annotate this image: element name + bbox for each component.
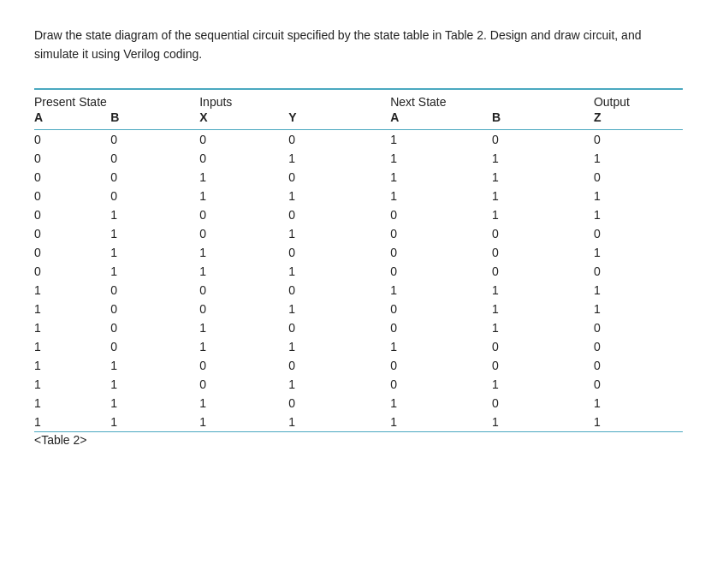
cell-in-x: 1 xyxy=(199,318,288,337)
table-row: 1110101 xyxy=(34,394,683,413)
cell-ns-b: 1 xyxy=(492,300,594,318)
table-container: Present State Inputs Next State Output A… xyxy=(34,88,683,448)
col-header-x: X xyxy=(199,109,288,130)
cell-ns-a: 1 xyxy=(390,394,492,413)
cell-in-y: 0 xyxy=(288,281,390,300)
intro-paragraph: Draw the state diagram of the sequential… xyxy=(34,26,683,64)
cell-ns-b: 1 xyxy=(492,149,594,168)
cell-in-y: 0 xyxy=(288,243,390,262)
cell-out-z: 1 xyxy=(594,281,683,300)
cell-ps-a: 1 xyxy=(34,337,110,356)
cell-out-z: 0 xyxy=(594,318,683,337)
cell-out-z: 0 xyxy=(594,375,683,394)
cell-ns-b: 1 xyxy=(492,375,594,394)
cell-ps-a: 0 xyxy=(34,224,110,243)
table-row: 0000100 xyxy=(34,129,683,149)
cell-ns-a: 0 xyxy=(390,300,492,318)
cell-in-x: 0 xyxy=(199,129,288,149)
cell-ps-b: 0 xyxy=(110,129,199,149)
cell-ps-b: 1 xyxy=(110,413,199,432)
cell-ps-b: 1 xyxy=(110,224,199,243)
cell-in-y: 1 xyxy=(288,224,390,243)
cell-ps-a: 0 xyxy=(34,149,110,168)
cell-out-z: 0 xyxy=(594,129,683,149)
cell-in-y: 1 xyxy=(288,375,390,394)
cell-out-z: 1 xyxy=(594,394,683,413)
cell-in-x: 0 xyxy=(199,356,288,375)
cell-in-x: 1 xyxy=(199,187,288,205)
cell-ps-b: 1 xyxy=(110,375,199,394)
cell-ns-b: 0 xyxy=(492,224,594,243)
cell-ns-b: 0 xyxy=(492,394,594,413)
cell-ns-b: 0 xyxy=(492,129,594,149)
table-row: 0101000 xyxy=(34,224,683,243)
cell-in-y: 0 xyxy=(288,356,390,375)
cell-ps-a: 1 xyxy=(34,413,110,432)
cell-ns-a: 0 xyxy=(390,356,492,375)
cell-in-y: 0 xyxy=(288,168,390,187)
cell-out-z: 0 xyxy=(594,356,683,375)
cell-ps-b: 0 xyxy=(110,168,199,187)
cell-out-z: 1 xyxy=(594,413,683,432)
col-header-z: Z xyxy=(594,109,683,130)
present-state-header: Present State xyxy=(34,89,199,109)
cell-ps-b: 0 xyxy=(110,318,199,337)
cell-ps-b: 0 xyxy=(110,300,199,318)
cell-out-z: 1 xyxy=(594,243,683,262)
cell-in-x: 1 xyxy=(199,394,288,413)
cell-out-z: 1 xyxy=(594,300,683,318)
cell-ns-a: 0 xyxy=(390,205,492,224)
cell-in-x: 0 xyxy=(199,300,288,318)
cell-in-x: 1 xyxy=(199,168,288,187)
col-header-na: A xyxy=(390,109,492,130)
cell-in-y: 1 xyxy=(288,413,390,432)
table-row: 1011100 xyxy=(34,337,683,356)
table-row: 0001111 xyxy=(34,149,683,168)
cell-out-z: 0 xyxy=(594,168,683,187)
cell-in-x: 0 xyxy=(199,375,288,394)
cell-ns-b: 0 xyxy=(492,262,594,281)
cell-ns-a: 0 xyxy=(390,224,492,243)
cell-ns-b: 0 xyxy=(492,243,594,262)
cell-ns-b: 1 xyxy=(492,318,594,337)
cell-in-y: 1 xyxy=(288,300,390,318)
top-border-row: Present State Inputs Next State Output xyxy=(34,89,683,109)
next-state-header: Next State xyxy=(390,89,594,109)
cell-ns-b: 1 xyxy=(492,281,594,300)
cell-ps-b: 1 xyxy=(110,243,199,262)
table-row: 1000111 xyxy=(34,281,683,300)
table-row: 1010010 xyxy=(34,318,683,337)
sub-header-row: A B X Y A B Z xyxy=(34,109,683,130)
cell-ps-b: 1 xyxy=(110,205,199,224)
cell-ps-a: 0 xyxy=(34,243,110,262)
col-header-b: B xyxy=(110,109,199,130)
cell-ps-a: 1 xyxy=(34,356,110,375)
cell-in-x: 0 xyxy=(199,224,288,243)
cell-out-z: 1 xyxy=(594,205,683,224)
cell-ps-a: 0 xyxy=(34,205,110,224)
cell-out-z: 0 xyxy=(594,337,683,356)
cell-in-y: 0 xyxy=(288,394,390,413)
cell-in-x: 1 xyxy=(199,262,288,281)
cell-ns-a: 1 xyxy=(390,187,492,205)
cell-in-y: 1 xyxy=(288,262,390,281)
cell-ns-a: 1 xyxy=(390,168,492,187)
output-header: Output xyxy=(594,89,683,109)
cell-out-z: 1 xyxy=(594,149,683,168)
cell-out-z: 1 xyxy=(594,187,683,205)
cell-in-x: 1 xyxy=(199,413,288,432)
cell-out-z: 0 xyxy=(594,224,683,243)
cell-ns-a: 1 xyxy=(390,149,492,168)
cell-ns-a: 0 xyxy=(390,262,492,281)
cell-ns-b: 1 xyxy=(492,187,594,205)
cell-ps-a: 0 xyxy=(34,262,110,281)
table-row: 1001011 xyxy=(34,300,683,318)
cell-ns-a: 1 xyxy=(390,413,492,432)
state-table: Present State Inputs Next State Output A… xyxy=(34,88,683,448)
cell-ns-a: 1 xyxy=(390,129,492,149)
table-caption: <Table 2> xyxy=(34,433,683,447)
cell-ns-a: 1 xyxy=(390,337,492,356)
cell-ps-b: 0 xyxy=(110,187,199,205)
table-row: 0010110 xyxy=(34,168,683,187)
table-row: 1101010 xyxy=(34,375,683,394)
